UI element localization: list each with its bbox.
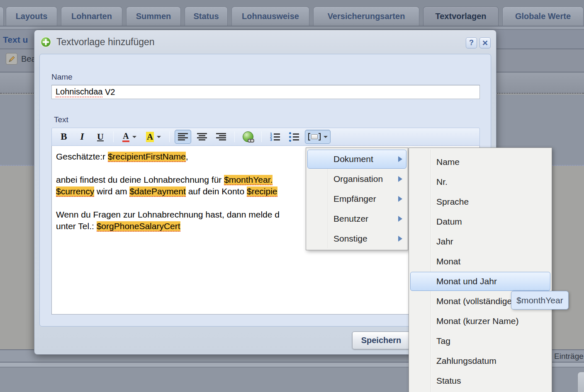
submenu-item-datum[interactable]: Datum <box>409 212 552 232</box>
underline-icon[interactable]: U <box>92 130 108 144</box>
app-screen: Text u Bea Einträge Layouts Lohnarten Su… <box>0 0 584 392</box>
link-globe-icon[interactable] <box>240 130 256 144</box>
tab-lohnausweise[interactable]: Lohnausweise <box>231 7 309 26</box>
font-color-glyph: A <box>123 132 129 140</box>
highlight-color-icon[interactable]: A <box>143 130 164 144</box>
align-center-icon[interactable] <box>194 130 210 144</box>
tab-textvorlagen[interactable]: Textvorlagen <box>423 7 499 26</box>
submenu-item-monat[interactable]: Monat <box>409 252 552 271</box>
variable-token: $currency <box>56 186 94 197</box>
chevron-down-icon <box>132 136 136 138</box>
toolbar-separator <box>113 131 114 142</box>
align-left-icon[interactable] <box>175 130 191 144</box>
pencil-icon <box>6 53 17 65</box>
entries-label: Einträge <box>554 352 584 361</box>
menu-item-dokument[interactable]: Dokument <box>306 149 408 169</box>
chain-link-icon <box>248 139 254 143</box>
tab-versicherungsarten[interactable]: Versicherungsarten <box>313 7 419 26</box>
tab-bar: Layouts Lohnarten Summen Status Lohnausw… <box>6 7 584 26</box>
save-button[interactable]: Speichern <box>352 332 410 349</box>
tab-globale-werte[interactable]: Globale Werte <box>502 7 584 26</box>
submenu-item-nr[interactable]: Nr. <box>409 172 552 192</box>
dialog-title: Textvorlage hinzufügen <box>56 36 155 48</box>
tooltip-text: $monthYear <box>516 295 563 305</box>
toolbar-separator <box>169 131 170 142</box>
help-icon[interactable]: ? <box>466 37 477 48</box>
placeholder-menu: Dokument Organisation Empfänger Benutzer… <box>306 148 408 250</box>
chevron-down-icon <box>157 136 161 138</box>
menu-item-sonstige[interactable]: Sonstige <box>306 229 408 249</box>
name-input-value-misspelled: Lohnischdaa <box>56 87 102 97</box>
bold-glyph: B <box>61 131 67 142</box>
name-field-label: Name <box>51 73 73 82</box>
italic-glyph: I <box>80 131 84 142</box>
submenu-arrow-icon <box>398 156 402 162</box>
edit-button[interactable]: Bea <box>6 53 36 65</box>
dokument-submenu: Name Nr. Sprache Datum Jahr Monat Monat … <box>409 148 552 392</box>
variable-tooltip: $monthYear <box>511 291 569 310</box>
chevron-down-icon <box>324 136 328 138</box>
submenu-item-tag[interactable]: Tag <box>409 331 552 351</box>
font-color-icon[interactable]: A <box>119 130 140 144</box>
tab-lohnarten[interactable]: Lohnarten <box>61 7 122 26</box>
unordered-list-icon[interactable] <box>286 130 302 144</box>
submenu-item-monat-und-jahr[interactable]: Monat und Jahr <box>409 271 552 291</box>
text-field-label: Text <box>54 115 68 124</box>
align-right-icon[interactable] <box>213 130 229 144</box>
highlight-glyph: A <box>146 132 154 142</box>
toolbar-separator <box>261 131 262 142</box>
variable-token: $recipie <box>247 186 277 197</box>
globe-icon <box>243 131 253 142</box>
submenu-item-name[interactable]: Name <box>409 152 552 172</box>
submenu-item-status[interactable]: Status <box>409 371 552 391</box>
variable-token: $monthYear. <box>224 175 273 185</box>
menu-item-organisation[interactable]: Organisation <box>306 169 408 189</box>
plus-circle-icon <box>40 36 51 48</box>
background-partial-button[interactable] <box>577 372 584 392</box>
toolbar-separator <box>234 131 235 142</box>
dialog-header[interactable]: Textvorlage hinzufügen ? ✕ <box>34 30 496 54</box>
underline-glyph: U <box>97 131 104 142</box>
bold-icon[interactable]: B <box>56 130 72 144</box>
name-input-value-rest: V2 <box>102 87 115 97</box>
variable-token: $datePayment <box>129 186 185 197</box>
tab-status[interactable]: Status <box>185 7 228 26</box>
editor-toolbar: B I U A A <box>51 128 480 146</box>
variable-token: $orgPhoneSalaryCert <box>97 221 180 232</box>
submenu-item-jahr[interactable]: Jahr <box>409 232 552 252</box>
menu-item-empfaenger[interactable]: Empfänger <box>306 189 408 209</box>
submenu-item-zahlungsdatum[interactable]: Zahlungsdatum <box>409 351 552 371</box>
ordered-list-icon[interactable]: 123 <box>267 130 283 144</box>
menu-item-benutzer[interactable]: Benutzer <box>306 209 408 229</box>
placeholder-dropdown-icon[interactable] <box>305 130 331 144</box>
close-icon[interactable]: ✕ <box>479 37 491 48</box>
variable-token: $recipientFirstName <box>108 152 186 162</box>
italic-icon[interactable]: I <box>74 130 90 144</box>
submenu-arrow-icon <box>398 196 402 202</box>
submenu-item-sprache[interactable]: Sprache <box>409 192 552 212</box>
tab-layouts[interactable]: Layouts <box>6 7 57 26</box>
name-input[interactable]: Lohnischdaa V2 <box>51 85 480 99</box>
panel-title: Text u <box>3 35 28 45</box>
submenu-arrow-icon <box>398 176 402 182</box>
submenu-arrow-icon <box>398 216 402 222</box>
tab-summen[interactable]: Summen <box>126 7 181 26</box>
submenu-arrow-icon <box>398 236 402 242</box>
font-color-bar <box>122 140 129 142</box>
submenu-item-monat-kurzer-name[interactable]: Monat (kurzer Name) <box>409 311 552 331</box>
tab-partial-stub <box>0 7 4 26</box>
